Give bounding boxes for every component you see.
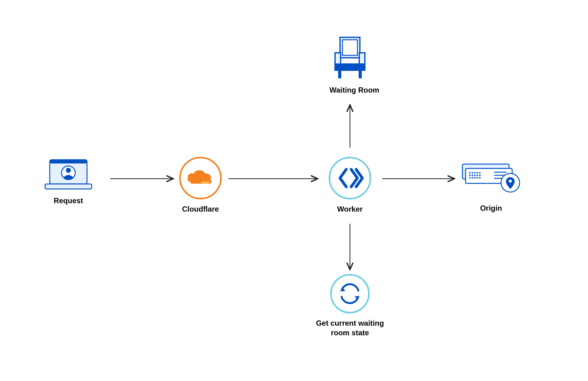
svg-point-29 <box>477 175 478 176</box>
node-request: Request <box>42 157 95 205</box>
svg-point-33 <box>474 177 476 179</box>
svg-point-24 <box>477 172 478 174</box>
diagram-canvas: Request Cloudflare Worker <box>0 0 588 381</box>
svg-point-31 <box>469 177 471 179</box>
svg-rect-16 <box>335 64 365 70</box>
svg-rect-17 <box>338 70 341 78</box>
svg-point-41 <box>331 275 369 313</box>
node-origin: Origin <box>460 162 522 213</box>
server-icon <box>460 162 522 199</box>
svg-point-23 <box>474 172 476 174</box>
waiting-room-label: Waiting Room <box>329 85 379 95</box>
svg-rect-6 <box>50 160 87 163</box>
request-label: Request <box>42 196 95 205</box>
svg-point-25 <box>479 172 481 174</box>
cloudflare-icon <box>179 156 222 200</box>
svg-point-27 <box>472 175 473 176</box>
node-worker: Worker <box>328 156 372 214</box>
state-label: Get current waiting room state <box>310 318 390 337</box>
svg-rect-7 <box>45 184 92 189</box>
svg-point-40 <box>509 180 512 183</box>
svg-point-35 <box>479 177 481 179</box>
svg-point-26 <box>469 175 471 176</box>
svg-point-11 <box>329 158 370 199</box>
cloudflare-label: Cloudflare <box>179 204 222 214</box>
svg-point-32 <box>472 177 473 179</box>
origin-label: Origin <box>460 203 522 213</box>
node-cloudflare: Cloudflare <box>179 156 222 214</box>
svg-point-30 <box>479 175 481 176</box>
laptop-icon <box>42 157 95 191</box>
svg-point-9 <box>66 168 71 173</box>
svg-point-22 <box>472 172 473 174</box>
sync-icon <box>330 273 370 314</box>
worker-label: Worker <box>328 204 372 214</box>
svg-rect-18 <box>359 70 362 78</box>
svg-point-34 <box>477 177 478 179</box>
svg-rect-13 <box>342 40 357 55</box>
node-state: Get current waiting room state <box>330 273 390 337</box>
svg-point-28 <box>474 175 476 176</box>
worker-icon <box>328 156 372 200</box>
svg-point-21 <box>469 172 471 174</box>
chair-icon <box>329 34 370 81</box>
node-waiting-room: Waiting Room <box>329 34 379 95</box>
